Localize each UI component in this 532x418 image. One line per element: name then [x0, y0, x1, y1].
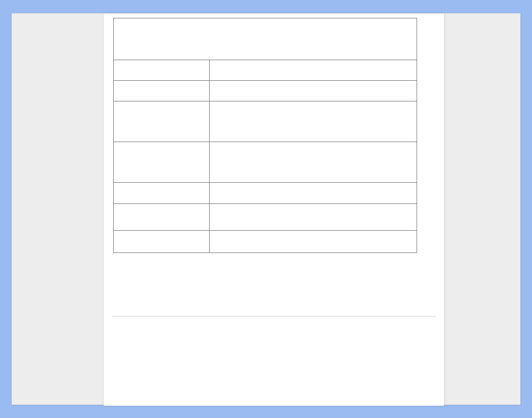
table-row	[114, 81, 417, 101]
table-row	[114, 101, 417, 142]
table-row	[114, 204, 417, 231]
table-cell-label[interactable]	[114, 81, 210, 101]
table-row	[114, 60, 417, 81]
editor-background	[11, 13, 521, 405]
table-cell-value[interactable]	[210, 60, 417, 81]
table-cell-label[interactable]	[114, 231, 210, 253]
table-cell-label[interactable]	[114, 101, 210, 142]
table-cell-value[interactable]	[210, 204, 417, 231]
horizontal-rule	[112, 316, 436, 317]
table-cell-label[interactable]	[114, 142, 210, 183]
document-page[interactable]	[104, 13, 444, 406]
table-cell-value[interactable]	[210, 101, 417, 142]
table-cell-label[interactable]	[114, 204, 210, 231]
window-frame	[0, 0, 532, 418]
table-row	[114, 18, 417, 60]
table-row	[114, 142, 417, 183]
table-cell-value[interactable]	[210, 231, 417, 253]
table-cell-value[interactable]	[210, 183, 417, 204]
document-table	[113, 18, 417, 253]
table-row	[114, 183, 417, 204]
table-cell-value[interactable]	[210, 142, 417, 183]
table-cell-label[interactable]	[114, 60, 210, 81]
table-cell-label[interactable]	[114, 183, 210, 204]
table-row	[114, 231, 417, 253]
document-table-wrap	[113, 18, 417, 253]
table-cell-span[interactable]	[114, 18, 417, 60]
table-cell-value[interactable]	[210, 81, 417, 101]
